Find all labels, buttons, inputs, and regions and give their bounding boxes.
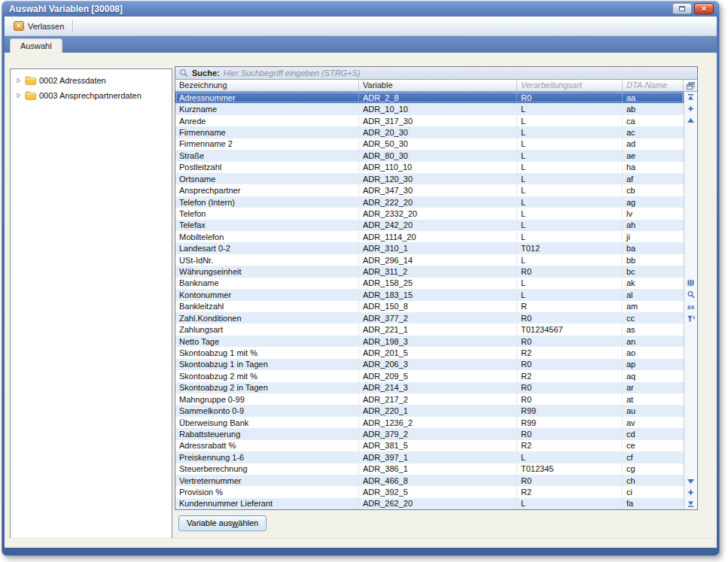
cell-dta-name: ad (623, 138, 684, 150)
table-row[interactable]: Adressrabatt %ADR_381_5R2ce (175, 440, 684, 451)
cell-dta-name: aa (623, 92, 684, 103)
search-placeholder: Hier Suchbegriff eingeben (STRG+S) (224, 68, 361, 77)
table-row[interactable]: Skontoabzug 1 mit %ADR_201_5R2ao (175, 347, 684, 358)
column-header-dta-name[interactable]: DTA-Name (623, 80, 684, 92)
table-row[interactable]: TelefaxADR_242_20Lah (175, 220, 684, 231)
cell-variable: ADR_1114_20 (359, 231, 517, 242)
table-row[interactable]: VertreternummerADR_466_8R0ch (175, 475, 684, 486)
columns-icon (687, 279, 694, 286)
chevron-right-icon[interactable] (16, 77, 22, 84)
cell-variable: ADR_110_10 (359, 162, 517, 173)
cell-dta-name: ao (623, 347, 684, 358)
table-row[interactable]: Mahngruppe 0-99ADR_217_2R0at (175, 393, 684, 405)
column-header-variable[interactable]: Variable (359, 80, 517, 92)
table-row[interactable]: Sammelkonto 0-9ADR_220_1R99au (175, 405, 684, 416)
table-row[interactable]: AnredeADR_317_30Lca (175, 115, 684, 126)
table-row[interactable]: StraßeADR_80_30Lae (175, 150, 684, 161)
cell-variable: ADR_317_30 (359, 115, 517, 126)
table-row[interactable]: PostleitzahlADR_110_10Lha (175, 162, 684, 173)
table-row[interactable]: Skontoabzug 2 mit %ADR_209_5R2aq (175, 370, 684, 381)
table-row[interactable]: KurznameADR_10_10Lab (175, 103, 684, 114)
cell-variable: ADR_392_5 (359, 486, 517, 497)
table-row[interactable]: Zahl.KonditionenADR_377_2R0cc (175, 312, 684, 324)
scroll-up-button[interactable] (687, 116, 696, 124)
cell-variable: ADR_466_8 (359, 475, 517, 486)
arrow-down-icon (687, 479, 694, 484)
cell-dta-name: cf (623, 451, 684, 463)
cell-bezeichnung: Bankname (175, 278, 359, 289)
cell-bezeichnung: Ortsname (175, 173, 359, 184)
table-row[interactable]: KontonummerADR_183_15Lal (175, 289, 684, 300)
table-row[interactable]: Provision %ADR_392_5R2ci (175, 486, 684, 497)
search-icon (179, 68, 188, 77)
cell-verarbeitungsart: L (517, 254, 623, 266)
close-button[interactable]: × (694, 3, 714, 14)
table-row[interactable]: Skontoabzug 1 in TagenADR_206_3R0ap (175, 359, 684, 370)
cell-variable: ADR_381_5 (359, 440, 517, 451)
titlebar[interactable]: Auswahl Variablen [30008] × (2, 1, 720, 17)
select-variable-button[interactable]: Variable auswählen (178, 515, 267, 531)
scroll-strip[interactable]: 84 (684, 92, 697, 509)
jump-down-button[interactable] (687, 488, 696, 497)
table-row[interactable]: SteuerberechnungADR_386_1T012345cg (175, 463, 684, 475)
column-header-verarbeitungsart[interactable]: Verarbeitungsart (517, 80, 623, 92)
cell-bezeichnung: Firmenname (175, 126, 359, 138)
table-row[interactable]: BanknameADR_158_25Lak (175, 278, 684, 289)
column-chooser-button[interactable] (684, 80, 697, 92)
tab-auswahl[interactable]: Auswahl (10, 38, 62, 53)
cell-dta-name: cb (623, 184, 684, 196)
table-row[interactable]: Skontoabzug 2 in TagenADR_214_3R0ar (175, 382, 684, 393)
scroll-to-bottom-button[interactable] (687, 500, 696, 508)
filter-icon (687, 315, 695, 322)
table-row[interactable]: Überweisung BankADR_1236_2R99av (175, 417, 684, 428)
cell-verarbeitungsart: R (517, 301, 623, 312)
cell-variable: ADR_221_1 (359, 324, 517, 335)
scroll-down-button[interactable] (687, 477, 696, 485)
record-number-badge[interactable]: 84 (687, 302, 696, 311)
cell-variable: ADR_2_8 (359, 92, 517, 103)
table-row[interactable]: Telefon (Intern)ADR_222_20Lag (175, 196, 684, 208)
table-row[interactable]: TelefonADR_2332_20Llv (175, 208, 684, 219)
chevron-right-icon[interactable] (16, 93, 22, 99)
filter-button[interactable] (687, 314, 696, 323)
table-row[interactable]: WährungseinheitADR_311_2R0bc (175, 266, 684, 277)
table-row[interactable]: USt-IdNr.ADR_296_14Lbb (175, 254, 684, 266)
cell-dta-name: ae (623, 150, 684, 161)
cell-verarbeitungsart: L (517, 138, 623, 150)
cell-bezeichnung: Adressnummer (175, 92, 359, 103)
table-row[interactable]: FirmennameADR_20_30Lac (175, 126, 684, 138)
cell-dta-name: ba (623, 242, 684, 254)
cell-variable: ADR_120_30 (359, 173, 517, 184)
window-content: × Verlassen Auswahl 0002 Adressdaten (5, 17, 717, 548)
scroll-to-top-button[interactable] (687, 93, 696, 102)
restore-button[interactable] (672, 3, 692, 14)
details-view-button[interactable] (687, 278, 696, 287)
table-row[interactable]: RabattsteuerungADR_379_2R0cd (175, 428, 684, 439)
zoom-button[interactable] (687, 290, 696, 299)
column-header-bezeichnung[interactable]: Bezeichnung (175, 80, 359, 92)
table-row[interactable]: Firmenname 2ADR_50_30Lad (175, 138, 684, 150)
table-row[interactable]: OrtsnameADR_120_30Laf (175, 173, 684, 184)
verlassen-button[interactable]: × Verlassen (11, 20, 69, 32)
cell-dta-name: av (623, 417, 684, 428)
table-row[interactable]: AnsprechpartnerADR_347_30Lcb (175, 184, 684, 196)
tree-item-ansprechpartnerdaten[interactable]: 0003 Ansprechpartnerdaten (11, 88, 172, 103)
table-row[interactable]: AdressnummerADR_2_8R0aa (175, 92, 684, 103)
jump-up-button[interactable] (687, 105, 696, 113)
cell-bezeichnung: Währungseinheit (175, 266, 359, 277)
table-row[interactable]: Kundennummer LieferantADR_262_20Lfa (175, 498, 684, 509)
table-row[interactable]: ZahlungsartADR_221_1T01234567as (175, 324, 684, 335)
cell-verarbeitungsart: R0 (517, 393, 623, 405)
table-row[interactable]: Preiskennung 1-6ADR_397_1Lcf (175, 451, 684, 463)
cell-bezeichnung: Adressrabatt % (175, 440, 359, 451)
tree-item-adressdaten[interactable]: 0002 Adressdaten (11, 73, 172, 88)
cell-variable: ADR_2332_20 (359, 208, 517, 219)
cell-verarbeitungsart: L (517, 173, 623, 184)
table-row[interactable]: BankleitzahlADR_150_8Ram (175, 301, 684, 312)
table-row[interactable]: Netto TageADR_198_3R0an (175, 336, 684, 347)
cell-dta-name: ak (623, 278, 684, 289)
table-row[interactable]: MobiltelefonADR_1114_20Lji (175, 231, 684, 242)
cell-verarbeitungsart: R0 (517, 336, 623, 347)
search-input[interactable]: Suche: Hier Suchbegriff eingeben (STRG+S… (175, 67, 697, 80)
table-row[interactable]: Landesart 0-2ADR_310_1T012ba (175, 242, 684, 254)
